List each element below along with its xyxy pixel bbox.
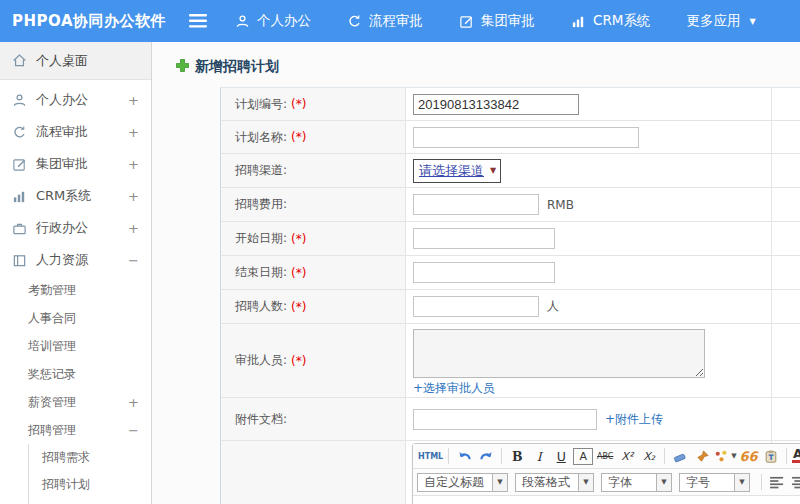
process-icon [347,14,362,29]
chevron-down-icon: ▼ [749,17,755,26]
border-text-button[interactable]: A [573,448,593,465]
collapse-minus-icon[interactable]: − [128,253,139,268]
paragraph-format-dropdown[interactable]: 段落格式 ▼ [515,473,594,492]
end-date-input[interactable] [413,262,555,283]
blockquote-button[interactable]: 66 [739,446,759,466]
attachment-upload-link[interactable]: +附件上传 [605,411,663,428]
nav-label: CRM系统 [593,12,650,30]
sidebar-item-recruit-plan[interactable]: 招聘计划 [29,471,151,498]
sidebar-item-recruitment[interactable]: 招聘管理− [0,416,151,444]
row-filler [772,398,800,440]
select-approvers-link[interactable]: +选择审批人员 [413,380,495,397]
nav-label: 更多应用 [686,12,740,30]
row-filler [772,290,800,323]
sidebar-item-salary[interactable]: 薪资管理+ [0,388,151,416]
bold-button[interactable]: B [507,446,527,466]
subscript-button[interactable]: X₂ [639,446,659,466]
sidebar-item-recruit-demand[interactable]: 招聘需求 [29,444,151,471]
sidebar-item-personal-office[interactable]: 个人办公 + [0,84,151,116]
expand-plus-icon[interactable]: + [128,93,139,108]
editor-toolbar-row2: 自定义标题 ▼ 段落格式 ▼ 字体 ▼ [413,469,800,496]
nav-crm-system[interactable]: CRM系统 [571,12,650,30]
paste-word-icon[interactable]: T [761,446,781,466]
nav-more-apps[interactable]: 更多应用 ▼ [686,12,755,30]
nav-personal-office[interactable]: 个人办公 [235,12,311,30]
editor-content-area[interactable] [413,496,800,504]
form-row-fee: 招聘费用: RMB [221,188,800,222]
align-left-icon[interactable] [767,472,787,492]
sidebar-item-process-approval[interactable]: 流程审批 + [0,116,151,148]
headcount-unit: 人 [547,298,559,315]
italic-button[interactable]: I [529,446,549,466]
auto-typeset-icon[interactable]: ▼ [714,446,736,466]
sidebar-item-training[interactable]: 培训管理 [0,332,151,360]
sidebar-item-hr[interactable]: 人力资源 − [0,244,151,276]
expand-plus-icon[interactable]: + [128,395,139,410]
redo-icon[interactable] [476,446,496,466]
strikethrough-button[interactable]: ABC [595,446,615,466]
channel-select[interactable]: 请选择渠道 ▼ [413,159,501,183]
page-title-text: 新增招聘计划 [195,58,279,76]
underline-button[interactable]: U [551,446,571,466]
nav-label: 流程审批 [369,12,423,30]
caret-down-icon[interactable]: ▼ [657,473,672,492]
sidebar-item-group-approval[interactable]: 集团审批 + [0,148,151,180]
collapse-minus-icon[interactable]: − [128,423,139,438]
sidebar-item-admin-office[interactable]: 行政办公 + [0,212,151,244]
fee-input[interactable] [413,194,539,215]
nav-process-approval[interactable]: 流程审批 [347,12,423,30]
format-brush-icon[interactable] [692,446,712,466]
approvers-textarea[interactable] [413,329,705,378]
caret-down-icon[interactable]: ▼ [579,473,594,492]
font-family-dropdown[interactable]: 字体 ▼ [601,473,672,492]
dropdown-value: 段落格式 [515,473,579,492]
sidebar-item-desktop[interactable]: 个人桌面 [0,42,151,80]
expand-plus-icon[interactable]: + [128,221,139,236]
expand-plus-icon[interactable]: + [128,189,139,204]
nav-group-approval[interactable]: 集团审批 [459,12,535,30]
caret-down-icon: ▼ [731,452,736,460]
recruit-plan-form: 计划编号:(*) 计划名称:(*) 招聘渠道: 请选择渠道 ▼ [220,87,800,504]
row-filler [772,154,800,187]
expand-plus-icon[interactable]: + [128,157,139,172]
person-icon [12,93,27,108]
expand-plus-icon[interactable]: + [128,125,139,140]
field-label: 招聘渠道: [235,162,287,179]
row-filler [772,121,800,153]
align-center-icon[interactable] [789,472,800,492]
eraser-icon[interactable] [670,446,690,466]
plan-name-input[interactable] [413,127,639,148]
superscript-button[interactable]: X² [617,446,637,466]
briefcase-icon [12,221,27,236]
sidebar: 个人桌面 个人办公 + 流程审批 + 集团审批 [0,42,152,504]
top-navbar: PHPOA协同办公软件 个人办公 流程审批 集团审批 [0,0,800,42]
sidebar-item-hr-contract[interactable]: 人事合同 [0,304,151,332]
bar-chart-icon [571,14,586,29]
undo-icon[interactable] [454,446,474,466]
caret-down-icon[interactable]: ▼ [735,473,750,492]
headcount-input[interactable] [413,296,539,317]
sidebar-item-rewards[interactable]: 奖惩记录 [0,360,151,388]
html-source-button[interactable]: HTML [418,446,443,466]
start-date-input[interactable] [413,228,555,249]
hamburger-menu-icon[interactable] [189,14,207,28]
form-row-plan-name: 计划名称:(*) [221,121,800,154]
required-mark: (*) [291,232,306,246]
dropdown-value: 字体 [601,473,657,492]
plan-number-input[interactable] [413,94,579,115]
required-mark: (*) [291,130,306,144]
font-color-button[interactable]: A ▼ [792,446,800,466]
row-filler [772,88,800,120]
required-mark: (*) [291,97,306,111]
sidebar-item-crm[interactable]: CRM系统 + [0,180,151,212]
app-logo[interactable]: PHPOA协同办公软件 [0,12,175,31]
sidebar-item-attendance[interactable]: 考勤管理 [0,276,151,304]
recruitment-submenu: 招聘需求 招聘计划 人才库 [28,444,151,504]
font-size-dropdown[interactable]: 字号 ▼ [679,473,750,492]
sidebar-item-talent-pool[interactable]: 人才库 [29,498,151,504]
custom-heading-dropdown[interactable]: 自定义标题 ▼ [417,473,508,492]
sidebar-item-label: 考勤管理 [28,282,139,299]
nav-label: 个人办公 [257,12,311,30]
attachment-input[interactable] [413,409,597,430]
caret-down-icon[interactable]: ▼ [493,473,508,492]
